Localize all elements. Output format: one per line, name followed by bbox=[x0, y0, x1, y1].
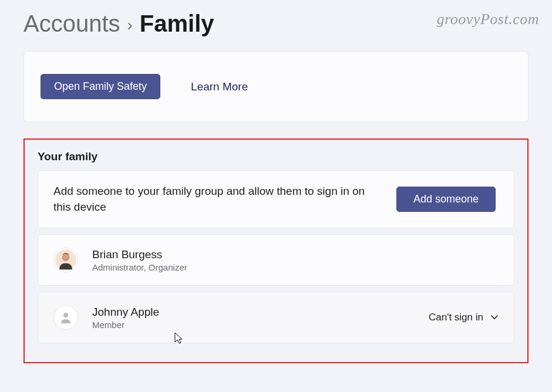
member-name: Johnny Apple bbox=[92, 306, 415, 319]
your-family-section: Your family Add someone to your family g… bbox=[23, 138, 529, 363]
learn-more-link[interactable]: Learn More bbox=[191, 80, 248, 93]
member-name: Brian Burgess bbox=[92, 248, 499, 261]
chevron-down-icon bbox=[490, 313, 499, 322]
breadcrumb-parent[interactable]: Accounts bbox=[23, 11, 120, 37]
member-role: Member bbox=[92, 320, 415, 330]
avatar bbox=[53, 248, 78, 272]
family-member-row[interactable]: Brian Burgess Administrator, Organizer bbox=[38, 234, 514, 286]
svg-point-3 bbox=[63, 313, 68, 317]
member-role: Administrator, Organizer bbox=[92, 262, 499, 272]
family-safety-card: Open Family Safety Learn More bbox=[23, 51, 529, 122]
section-title: Your family bbox=[38, 150, 514, 163]
family-member-row[interactable]: Johnny Apple Member Can't sign in bbox=[38, 292, 514, 343]
watermark-text: groovyPost.com bbox=[437, 11, 539, 28]
breadcrumb-current: Family bbox=[140, 11, 214, 37]
signin-status-dropdown[interactable]: Can't sign in bbox=[429, 312, 499, 323]
signin-status-label: Can't sign in bbox=[429, 312, 483, 323]
add-someone-description: Add someone to your family group and all… bbox=[53, 184, 382, 215]
person-placeholder-icon bbox=[59, 310, 73, 325]
add-someone-card: Add someone to your family group and all… bbox=[38, 170, 514, 228]
chevron-right-icon: › bbox=[127, 16, 133, 35]
add-someone-button[interactable]: Add someone bbox=[396, 187, 496, 212]
open-family-safety-button[interactable]: Open Family Safety bbox=[41, 74, 160, 99]
avatar bbox=[53, 305, 78, 330]
avatar-photo-icon bbox=[55, 249, 76, 271]
